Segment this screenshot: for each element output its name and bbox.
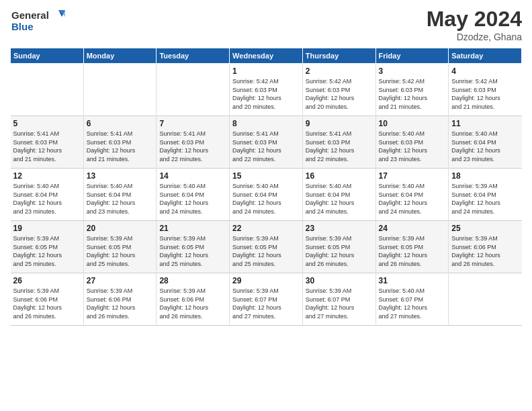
calendar-cell: 5Sunrise: 5:41 AM Sunset: 6:03 PM Daylig… [11, 116, 84, 169]
day-number: 5 [13, 119, 81, 128]
day-number: 10 [379, 119, 446, 128]
calendar-cell: 31Sunrise: 5:40 AM Sunset: 6:07 PM Dayli… [375, 273, 449, 326]
day-info: Sunrise: 5:39 AM Sunset: 6:04 PM Dayligh… [451, 182, 519, 216]
location: Dzodze, Ghana [427, 32, 522, 42]
day-info: Sunrise: 5:41 AM Sunset: 6:03 PM Dayligh… [232, 130, 300, 163]
calendar-cell: 1Sunrise: 5:42 AM Sunset: 6:03 PM Daylig… [230, 64, 303, 116]
month-year: May 2024 [427, 7, 522, 32]
day-info: Sunrise: 5:39 AM Sunset: 6:05 PM Dayligh… [379, 234, 446, 268]
day-number: 18 [451, 171, 519, 181]
calendar-cell: 21Sunrise: 5:39 AM Sunset: 6:05 PM Dayli… [157, 221, 230, 273]
logo-svg: General Blue [10, 7, 71, 34]
day-info: Sunrise: 5:41 AM Sunset: 6:03 PM Dayligh… [87, 130, 154, 163]
day-number: 25 [451, 224, 519, 233]
day-number: 4 [451, 66, 519, 76]
day-info: Sunrise: 5:39 AM Sunset: 6:05 PM Dayligh… [232, 234, 300, 268]
day-header-saturday: Saturday [449, 48, 522, 64]
week-row-1: 1Sunrise: 5:42 AM Sunset: 6:03 PM Daylig… [11, 64, 522, 116]
day-number: 19 [13, 224, 81, 233]
calendar-cell [157, 64, 230, 116]
day-info: Sunrise: 5:40 AM Sunset: 6:03 PM Dayligh… [379, 130, 446, 163]
day-info: Sunrise: 5:40 AM Sunset: 6:04 PM Dayligh… [306, 182, 373, 216]
day-header-wednesday: Wednesday [230, 48, 303, 64]
title-block: May 2024 Dzodze, Ghana [427, 7, 522, 42]
week-row-3: 12Sunrise: 5:40 AM Sunset: 6:04 PM Dayli… [11, 169, 522, 221]
day-number: 13 [87, 171, 154, 181]
day-header-friday: Friday [375, 48, 449, 64]
calendar-cell [449, 273, 522, 326]
day-number: 15 [232, 171, 300, 181]
calendar-cell: 27Sunrise: 5:39 AM Sunset: 6:06 PM Dayli… [83, 273, 157, 326]
calendar-cell: 7Sunrise: 5:41 AM Sunset: 6:03 PM Daylig… [157, 116, 230, 169]
day-info: Sunrise: 5:40 AM Sunset: 6:04 PM Dayligh… [379, 182, 446, 216]
day-info: Sunrise: 5:39 AM Sunset: 6:05 PM Dayligh… [306, 234, 373, 268]
page-container: General Blue May 2024 Dzodze, Ghana Sund… [0, 0, 532, 332]
day-number: 23 [306, 224, 373, 233]
day-info: Sunrise: 5:39 AM Sunset: 6:05 PM Dayligh… [159, 234, 226, 268]
calendar-cell: 24Sunrise: 5:39 AM Sunset: 6:05 PM Dayli… [375, 221, 449, 273]
day-number: 30 [306, 276, 373, 285]
week-row-2: 5Sunrise: 5:41 AM Sunset: 6:03 PM Daylig… [11, 116, 522, 169]
week-row-4: 19Sunrise: 5:39 AM Sunset: 6:05 PM Dayli… [11, 221, 522, 273]
day-number: 9 [306, 119, 373, 128]
day-number: 3 [379, 66, 446, 76]
logo: General Blue [10, 7, 71, 34]
calendar-cell: 2Sunrise: 5:42 AM Sunset: 6:03 PM Daylig… [302, 64, 375, 116]
day-header-monday: Monday [83, 48, 157, 64]
day-info: Sunrise: 5:41 AM Sunset: 6:03 PM Dayligh… [159, 130, 226, 163]
header-row: SundayMondayTuesdayWednesdayThursdayFrid… [11, 48, 522, 64]
calendar-cell: 29Sunrise: 5:39 AM Sunset: 6:07 PM Dayli… [230, 273, 303, 326]
day-info: Sunrise: 5:39 AM Sunset: 6:05 PM Dayligh… [87, 234, 154, 268]
svg-text:Blue: Blue [11, 21, 34, 32]
day-info: Sunrise: 5:39 AM Sunset: 6:06 PM Dayligh… [13, 287, 81, 320]
day-number: 26 [13, 276, 81, 285]
calendar-cell: 6Sunrise: 5:41 AM Sunset: 6:03 PM Daylig… [83, 116, 157, 169]
day-number: 28 [159, 276, 226, 285]
day-number: 27 [87, 276, 154, 285]
day-info: Sunrise: 5:39 AM Sunset: 6:06 PM Dayligh… [87, 287, 154, 320]
day-info: Sunrise: 5:40 AM Sunset: 6:04 PM Dayligh… [13, 182, 81, 216]
day-header-tuesday: Tuesday [157, 48, 230, 64]
calendar-cell [83, 64, 157, 116]
calendar-cell: 8Sunrise: 5:41 AM Sunset: 6:03 PM Daylig… [230, 116, 303, 169]
calendar-cell: 3Sunrise: 5:42 AM Sunset: 6:03 PM Daylig… [375, 64, 449, 116]
calendar-cell: 25Sunrise: 5:39 AM Sunset: 6:06 PM Dayli… [449, 221, 522, 273]
calendar-cell: 12Sunrise: 5:40 AM Sunset: 6:04 PM Dayli… [11, 169, 84, 221]
day-number: 21 [159, 224, 226, 233]
calendar-cell: 14Sunrise: 5:40 AM Sunset: 6:04 PM Dayli… [157, 169, 230, 221]
calendar-table: SundayMondayTuesdayWednesdayThursdayFrid… [10, 48, 522, 326]
day-info: Sunrise: 5:39 AM Sunset: 6:05 PM Dayligh… [13, 234, 81, 268]
day-number: 11 [451, 119, 519, 128]
calendar-cell: 9Sunrise: 5:41 AM Sunset: 6:03 PM Daylig… [302, 116, 375, 169]
day-number: 14 [159, 171, 226, 181]
calendar-cell: 28Sunrise: 5:39 AM Sunset: 6:06 PM Dayli… [157, 273, 230, 326]
calendar-cell: 11Sunrise: 5:40 AM Sunset: 6:04 PM Dayli… [449, 116, 522, 169]
calendar-cell: 15Sunrise: 5:40 AM Sunset: 6:04 PM Dayli… [230, 169, 303, 221]
day-number: 12 [13, 171, 81, 181]
header: General Blue May 2024 Dzodze, Ghana [10, 7, 522, 42]
calendar-cell: 13Sunrise: 5:40 AM Sunset: 6:04 PM Dayli… [83, 169, 157, 221]
day-number: 24 [379, 224, 446, 233]
calendar-cell [11, 64, 84, 116]
day-info: Sunrise: 5:42 AM Sunset: 6:03 PM Dayligh… [451, 77, 519, 111]
calendar-cell: 18Sunrise: 5:39 AM Sunset: 6:04 PM Dayli… [449, 169, 522, 221]
day-number: 20 [87, 224, 154, 233]
day-number: 22 [232, 224, 300, 233]
day-info: Sunrise: 5:39 AM Sunset: 6:06 PM Dayligh… [159, 287, 226, 320]
day-number: 29 [232, 276, 300, 285]
day-info: Sunrise: 5:39 AM Sunset: 6:07 PM Dayligh… [306, 287, 373, 320]
day-header-thursday: Thursday [302, 48, 375, 64]
day-number: 17 [379, 171, 446, 181]
day-info: Sunrise: 5:39 AM Sunset: 6:06 PM Dayligh… [451, 234, 519, 268]
day-info: Sunrise: 5:40 AM Sunset: 6:04 PM Dayligh… [87, 182, 154, 216]
day-number: 31 [379, 276, 446, 285]
calendar-cell: 4Sunrise: 5:42 AM Sunset: 6:03 PM Daylig… [449, 64, 522, 116]
calendar-cell: 22Sunrise: 5:39 AM Sunset: 6:05 PM Dayli… [230, 221, 303, 273]
svg-text:General: General [11, 9, 49, 21]
day-info: Sunrise: 5:42 AM Sunset: 6:03 PM Dayligh… [379, 77, 446, 111]
calendar-cell: 10Sunrise: 5:40 AM Sunset: 6:03 PM Dayli… [375, 116, 449, 169]
day-number: 7 [159, 119, 226, 128]
day-info: Sunrise: 5:40 AM Sunset: 6:04 PM Dayligh… [451, 130, 519, 163]
day-number: 8 [232, 119, 300, 128]
day-number: 6 [87, 119, 154, 128]
